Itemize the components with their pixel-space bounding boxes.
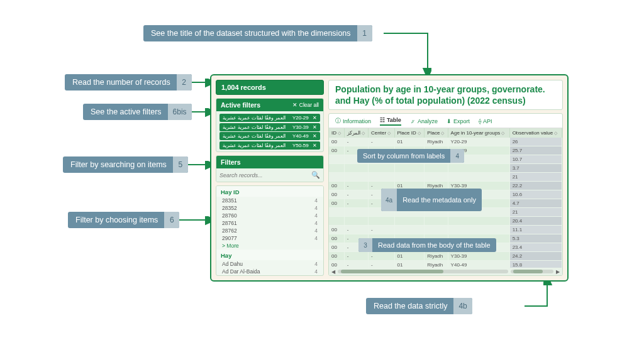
table-row[interactable]: 00--01RiyadhY20-2926	[329, 138, 562, 146]
facet-item[interactable]: 287624	[216, 227, 323, 234]
facet-item[interactable]: Ad Dar Al-Baida4	[216, 268, 323, 275]
table-row[interactable]: 00--01RiyadhY30-3924.2	[329, 252, 562, 261]
clear-all-button[interactable]: ✕ Clear all	[292, 102, 319, 108]
filters-panel: Filters 🔍	[216, 155, 324, 182]
facet-item[interactable]: 287604	[216, 212, 323, 219]
overlay-4: Sort by column from labels 4	[357, 149, 464, 163]
overlay-3: 3 Read data from the body of the table	[358, 238, 496, 252]
tab-export[interactable]: ⬇Export	[447, 118, 470, 124]
column-header[interactable]: Center◇	[369, 128, 394, 138]
column-header[interactable]: Place ID◇	[394, 128, 425, 138]
dataset-title: Population by age in 10-year groups, gov…	[328, 80, 563, 110]
tab-information[interactable]: ⓘInformation	[335, 118, 371, 125]
search-input[interactable]	[219, 172, 309, 178]
facet-more[interactable]: > More	[216, 242, 323, 250]
filter-chip[interactable]: العمر وفقًا لفئات عمرية عشريةY40-49 ✕	[219, 132, 320, 140]
column-header[interactable]: المركز◇	[344, 128, 368, 138]
column-header[interactable]: Age in 10-year groups◇	[448, 128, 509, 138]
facet-hay-id: Hay ID 283514283524287604287614287624290…	[216, 185, 324, 276]
table-row[interactable]: 20.4	[329, 217, 562, 226]
facet-item[interactable]: 287614	[216, 219, 323, 227]
filter-chip[interactable]: العمر وفقًا لفئات عمرية عشريةY30-39 ✕	[219, 123, 320, 131]
facet-item[interactable]: 283524	[216, 204, 323, 212]
sidebar: 1,004 records Active filters ✕ Clear all…	[216, 80, 324, 276]
tab-analyze[interactable]: ⫽Analyze	[410, 118, 438, 124]
callout-1: See the title of the dataset structured …	[143, 25, 372, 41]
filter-chip[interactable]: العمر وفقًا لفئات عمرية عشريةY50-59 ✕	[219, 141, 320, 150]
tabs-row: ⓘInformation☷Table⫽Analyze⬇Export⟠API	[329, 114, 562, 128]
table-row[interactable]: 00--01RiyadhY40-4915.8	[329, 261, 562, 268]
active-filters-panel: Active filters ✕ Clear all العمر وفقًا ل…	[216, 98, 324, 152]
facet-item[interactable]: Ad Dahu4	[216, 260, 323, 268]
scroll-left-icon: ◀	[331, 269, 335, 275]
filter-chip[interactable]: العمر وفقًا لفئات عمرية عشريةY20-29 ✕	[219, 114, 320, 122]
facet-item[interactable]: 290774	[216, 234, 323, 242]
facet-item[interactable]: 283514	[216, 197, 323, 204]
filters-title: Filters	[221, 158, 241, 166]
tab-table[interactable]: ☷Table	[380, 117, 401, 126]
table-row[interactable]: 00--11.1	[329, 226, 562, 234]
callout-6bis: See the active filters 6bis	[83, 104, 192, 120]
callout-2: Read the number of records 2	[65, 74, 192, 90]
horizontal-scrollbar[interactable]: ◀ ▶	[329, 268, 562, 275]
scroll-right-icon: ▶	[556, 269, 560, 275]
active-filters-title: Active filters	[221, 101, 260, 109]
table-row[interactable]: 21	[329, 173, 562, 182]
callout-5: Filter by searching on items 5	[63, 156, 188, 173]
callout-6: Filter by choosing items 6	[68, 212, 179, 228]
search-icon[interactable]: 🔍	[311, 171, 320, 179]
column-header[interactable]: Observation value◇	[509, 128, 562, 138]
tab-api[interactable]: ⟠API	[479, 118, 492, 124]
column-header[interactable]: ID◇	[329, 128, 344, 138]
column-header[interactable]: Place◇	[425, 128, 448, 138]
overlay-4a: 4a Read the metadata only	[381, 189, 482, 211]
records-badge: 1,004 records	[216, 80, 324, 95]
callout-4b: Read the data strictly 4b	[366, 298, 472, 314]
table-row[interactable]: 3.7	[329, 164, 562, 173]
